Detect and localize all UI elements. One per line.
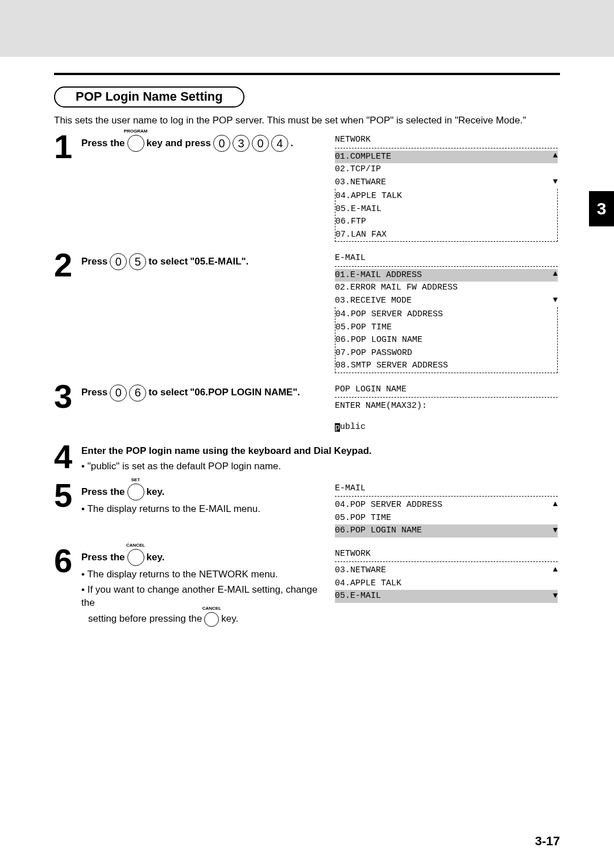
lcd-screen: E-MAIL 04.POP SERVER ADDRESS ▲ 05.POP TI…	[333, 481, 560, 539]
text: key.	[221, 613, 238, 626]
lcd-screen: POP LOGIN NAME ENTER NAME(MAX32): public	[333, 382, 560, 435]
bullet-text: • "public" is set as the default POP log…	[81, 460, 560, 473]
digit-key: 6	[129, 385, 146, 402]
bullet-text: • The display returns to the E-MAIL menu…	[81, 503, 329, 516]
text: to select	[148, 386, 188, 399]
text: Press	[81, 255, 107, 268]
step-number: 4	[54, 443, 78, 470]
text: Press the	[81, 551, 125, 564]
text: setting before pressing the	[88, 613, 202, 626]
text: to select	[148, 255, 188, 268]
cancel-key-icon: CANCEL	[204, 612, 219, 627]
text: key.	[147, 551, 165, 564]
step-5: 5 Press the SET key. • The display retur…	[54, 481, 560, 539]
text: Enter the POP login name using the keybo…	[81, 445, 372, 458]
lcd-screen: NETWORK 01.COMPLETE ▲ 02.TCP/IP 03.NETWA…	[333, 133, 560, 243]
intro-text: This sets the user name to log in the PO…	[54, 114, 560, 127]
cancel-key-icon: CANCEL	[127, 549, 144, 566]
digit-key: 3	[233, 135, 250, 152]
bullet-text: • The display returns to the NETWORK men…	[81, 568, 329, 581]
step-number: 6	[54, 547, 78, 574]
step-6: 6 Press the CANCEL key. • The display re…	[54, 547, 560, 627]
section-title-pill: POP Login Name Setting	[54, 86, 244, 108]
digit-key: 5	[129, 253, 146, 270]
lcd-screen: E-MAIL 01.E-MAIL ADDRESS ▲ 02.ERROR MAIL…	[333, 251, 560, 374]
text: key.	[147, 486, 165, 499]
text: .	[291, 137, 293, 150]
digit-key: 0	[110, 253, 127, 270]
step-3: 3 Press 0 6 to select "06.POP LOGIN NAME…	[54, 382, 560, 435]
digit-key: 0	[213, 135, 230, 152]
digit-key: 0	[110, 385, 127, 402]
digit-key: 0	[252, 135, 269, 152]
text: Press the	[81, 486, 125, 499]
page-number: 3-17	[535, 834, 560, 849]
digit-key: 4	[271, 135, 288, 152]
cursor: p	[335, 423, 340, 432]
step-number: 3	[54, 382, 78, 410]
text: "05.E-MAIL".	[190, 255, 248, 268]
text: "06.POP LOGIN NAME".	[190, 386, 300, 399]
step-number: 5	[54, 481, 78, 509]
step-number: 1	[54, 133, 78, 160]
text: Press the	[81, 137, 125, 150]
text: key and press	[147, 137, 211, 150]
step-number: 2	[54, 251, 78, 279]
rule-top	[54, 73, 560, 75]
lcd-screen: NETWORK 03.NETWARE ▲ 04.APPLE TALK 05.E-…	[333, 547, 560, 604]
step-1: 1 Press the PROGRAM key and press 0 3 0 …	[54, 133, 560, 243]
set-key-icon: SET	[127, 483, 144, 501]
text: Press	[81, 386, 107, 399]
step-4: 4 Enter the POP login name using the key…	[54, 443, 560, 473]
step-2: 2 Press 0 5 to select "05.E-MAIL". E-MAI…	[54, 251, 560, 374]
header-bar	[0, 0, 614, 57]
program-key-icon: PROGRAM	[127, 135, 144, 152]
